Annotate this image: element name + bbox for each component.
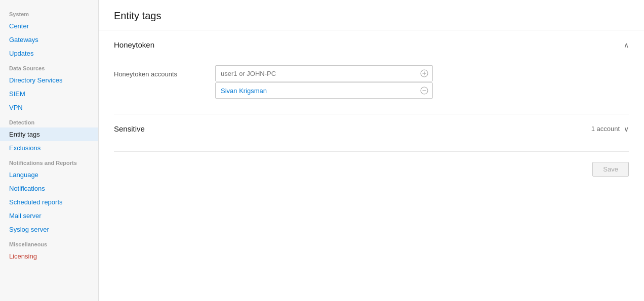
sidebar-item-scheduled-reports[interactable]: Scheduled reports bbox=[0, 195, 98, 209]
sidebar-item-center[interactable]: Center bbox=[0, 19, 98, 33]
content-area: Honeytoken Honeytoken accounts bbox=[99, 30, 644, 182]
honeytoken-accounts-list bbox=[215, 65, 433, 100]
sidebar-section-misc: Miscellaneous bbox=[0, 236, 98, 249]
sidebar-item-licensing[interactable]: Licensing bbox=[0, 249, 98, 263]
sensitive-section-header[interactable]: Sensitive 1 account bbox=[114, 124, 629, 141]
honeytoken-accounts-label: Honeytoken accounts bbox=[114, 65, 205, 78]
sidebar-item-mail-server[interactable]: Mail server bbox=[0, 209, 98, 223]
honeytoken-collapse-toggle[interactable] bbox=[624, 41, 629, 49]
sidebar-item-updates[interactable]: Updates bbox=[0, 47, 98, 60]
honeytoken-account-input[interactable] bbox=[216, 70, 416, 77]
sidebar-section-notifications-reports: Notifications and Reports bbox=[0, 155, 98, 168]
sidebar-item-vpn[interactable]: VPN bbox=[0, 101, 98, 114]
honeytoken-account-sivan-input[interactable] bbox=[216, 87, 416, 95]
sidebar-item-gateways[interactable]: Gateways bbox=[0, 33, 98, 47]
sensitive-section-title: Sensitive bbox=[114, 124, 145, 133]
save-button[interactable]: Save bbox=[592, 162, 629, 177]
sidebar-item-entity-tags[interactable]: Entity tags bbox=[0, 127, 98, 141]
remove-account-button[interactable] bbox=[416, 82, 432, 99]
footer-actions: Save bbox=[114, 152, 629, 182]
honeytoken-section-title: Honeytoken bbox=[114, 40, 154, 49]
page-title: Entity tags bbox=[114, 10, 629, 22]
honeytoken-account-sivan bbox=[215, 82, 433, 99]
sidebar: System Center Gateways Updates Data Sour… bbox=[0, 0, 99, 301]
sidebar-item-language[interactable]: Language bbox=[0, 168, 98, 182]
add-account-button[interactable] bbox=[416, 65, 432, 81]
sidebar-item-exclusions[interactable]: Exclusions bbox=[0, 141, 98, 155]
sidebar-item-syslog-server[interactable]: Syslog server bbox=[0, 223, 98, 236]
honeytoken-accounts-row: Honeytoken accounts bbox=[114, 65, 629, 100]
chevron-down-icon bbox=[624, 125, 629, 133]
honeytoken-section-header[interactable]: Honeytoken bbox=[114, 40, 629, 57]
sidebar-section-system: System bbox=[0, 6, 98, 19]
sidebar-section-datasources: Data Sources bbox=[0, 60, 98, 73]
sidebar-item-directory-services[interactable]: Directory Services bbox=[0, 73, 98, 87]
sidebar-item-notifications[interactable]: Notifications bbox=[0, 182, 98, 195]
chevron-up-icon bbox=[624, 41, 629, 49]
honeytoken-add-input-row bbox=[215, 65, 433, 81]
sensitive-account-count: 1 account bbox=[591, 125, 620, 133]
sensitive-section: Sensitive 1 account bbox=[114, 114, 629, 152]
honeytoken-section-body: Honeytoken accounts bbox=[114, 57, 629, 104]
sidebar-section-detection: Detection bbox=[0, 114, 98, 127]
sensitive-collapse-toggle[interactable]: 1 account bbox=[591, 125, 629, 133]
page-header: Entity tags bbox=[99, 0, 644, 30]
honeytoken-section: Honeytoken Honeytoken accounts bbox=[114, 30, 629, 114]
sidebar-item-siem[interactable]: SIEM bbox=[0, 87, 98, 101]
main-content: Entity tags Honeytoken Honeytoken accoun… bbox=[99, 0, 644, 301]
